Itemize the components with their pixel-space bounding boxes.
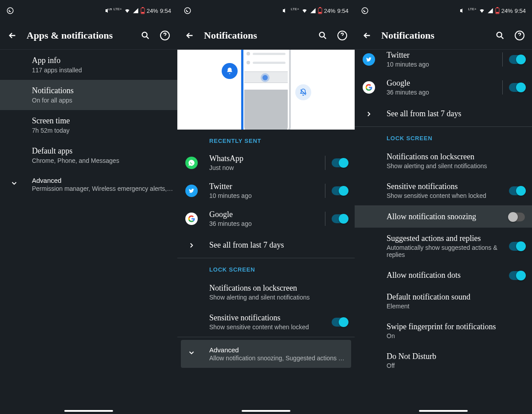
setting-primary: Swipe fingerprint for notifications <box>387 322 520 331</box>
app-row-twitter[interactable]: Twitter 10 minutes ago <box>355 50 532 73</box>
clock: 9:54 <box>160 8 171 14</box>
toggle-google[interactable] <box>509 83 525 92</box>
svg-point-5 <box>142 32 147 37</box>
advanced-secondary: Allow notification snoozing, Suggested a… <box>209 355 347 362</box>
setting-notification-dots[interactable]: Allow notification dots <box>355 264 532 286</box>
app-row-whatsapp[interactable]: WhatsApp Just now <box>177 149 355 177</box>
svg-rect-9 <box>319 7 321 8</box>
section-recently-sent: Recently Sent <box>177 130 355 149</box>
wifi-icon <box>478 8 485 14</box>
whatsapp-icon <box>6 7 14 15</box>
setting-secondary: Show sensitive content when locked <box>387 192 505 199</box>
signal-icon <box>310 8 316 14</box>
setting-default-sound[interactable]: Default notification sound Element <box>355 286 532 316</box>
back-button[interactable] <box>184 30 195 41</box>
chevron-down-icon <box>8 177 20 187</box>
search-button[interactable] <box>317 30 328 41</box>
gesture-nav-bar[interactable] <box>177 408 355 414</box>
svg-point-0 <box>7 8 13 14</box>
item-primary: App info <box>32 56 169 65</box>
app-time: 36 minutes ago <box>209 220 319 227</box>
svg-rect-15 <box>497 7 498 8</box>
item-advanced[interactable]: Advanced Allow notification snoozing, Su… <box>181 340 351 368</box>
setting-fingerprint[interactable]: Swipe fingerprint for notifications On <box>355 316 532 346</box>
screen-notifications: LTE+ 24% 9:54 Notifications Rece <box>177 0 355 414</box>
lte-label: LTE+ <box>291 7 299 11</box>
see-all-label: See all from last 7 days <box>387 109 461 118</box>
item-screen-time[interactable]: Screen time 7h 52m today <box>0 110 177 140</box>
setting-sensitive[interactable]: Sensitive notifications Show sensitive c… <box>177 307 355 337</box>
see-all-button[interactable]: See all from last 7 days <box>355 101 532 126</box>
setting-secondary: Automatically show suggested actions & r… <box>387 244 505 258</box>
app-row-twitter[interactable]: Twitter 10 minutes ago <box>177 177 355 205</box>
whatsapp-icon <box>184 7 192 15</box>
toggle-suggested[interactable] <box>509 242 525 251</box>
app-row-google[interactable]: Google 36 minutes ago <box>177 205 355 233</box>
setting-suggested-actions[interactable]: Suggested actions and replies Automatica… <box>355 228 532 264</box>
divider <box>325 184 325 198</box>
app-row-google[interactable]: Google 36 minutes ago <box>355 73 532 101</box>
chevron-right-icon <box>185 241 198 249</box>
toggle-snoozing[interactable] <box>509 213 525 221</box>
app-bar: Apps & notifications <box>0 21 177 50</box>
setting-notif-lockscreen[interactable]: Notifications on lockscreen Show alertin… <box>177 277 355 307</box>
setting-notif-lockscreen[interactable]: Notifications on lockscreen Show alertin… <box>355 146 532 176</box>
toggle-twitter[interactable] <box>509 55 525 64</box>
help-button[interactable] <box>160 30 170 41</box>
screen-apps-notifications: LTE LTE+ 24% 9:54 Apps & notifications A… <box>0 0 177 414</box>
illustration <box>177 50 355 130</box>
see-all-button[interactable]: See all from last 7 days <box>177 233 355 258</box>
item-app-info[interactable]: App info 117 apps installed <box>0 50 177 80</box>
help-button[interactable] <box>337 30 348 41</box>
item-default-apps[interactable]: Default apps Chrome, Phone, and Messages <box>0 140 177 170</box>
toggle-sensitive[interactable] <box>332 318 348 327</box>
gesture-nav-bar[interactable] <box>0 408 177 414</box>
status-bar: LTE LTE+ 24% 9:54 <box>0 0 177 21</box>
setting-secondary: Show sensitive content when locked <box>209 323 327 331</box>
help-button[interactable] <box>514 30 525 41</box>
svg-point-17 <box>497 32 502 37</box>
setting-primary: Suggested actions and replies <box>387 234 505 243</box>
setting-secondary: Show alerting and silent notifications <box>209 294 343 301</box>
app-time: 10 minutes ago <box>209 192 319 199</box>
whatsapp-app-icon <box>185 157 198 169</box>
page-title: Notifications <box>381 30 486 41</box>
chevron-down-icon <box>185 346 198 357</box>
chevron-right-icon <box>363 110 375 118</box>
svg-rect-16 <box>496 12 499 13</box>
setting-allow-snoozing[interactable]: Allow notification snoozing <box>355 206 532 228</box>
svg-rect-10 <box>319 12 321 13</box>
whatsapp-icon <box>361 7 369 15</box>
app-name: Google <box>209 210 319 219</box>
section-lock-screen: Lock Screen <box>177 258 355 277</box>
toggle-sensitive[interactable] <box>509 186 525 195</box>
toggle-whatsapp[interactable] <box>332 158 348 167</box>
item-advanced[interactable]: Advanced Permission manager, Wireless em… <box>0 170 177 198</box>
search-button[interactable] <box>495 30 505 41</box>
setting-primary: Default notification sound <box>387 292 520 302</box>
app-name: Google <box>387 79 496 88</box>
toggle-google[interactable] <box>332 214 348 223</box>
setting-sensitive[interactable]: Sensitive notifications Show sensitive c… <box>355 176 532 205</box>
toggle-dots[interactable] <box>509 271 525 280</box>
app-name: Twitter <box>387 51 496 60</box>
volte-icon <box>282 8 289 14</box>
setting-dnd[interactable]: Do Not Disturb Off <box>355 346 532 375</box>
gesture-nav-bar[interactable] <box>355 408 532 414</box>
item-secondary: 117 apps installed <box>32 67 169 74</box>
toggle-twitter[interactable] <box>332 186 348 195</box>
item-primary: Default apps <box>32 146 169 156</box>
back-button[interactable] <box>7 30 18 41</box>
twitter-app-icon <box>363 53 375 66</box>
lte-label: LTE+ <box>468 7 477 11</box>
see-all-label: See all from last 7 days <box>209 241 284 250</box>
advanced-secondary: Permission manager, Wireless emergency a… <box>32 185 174 192</box>
item-notifications[interactable]: Notifications On for all apps <box>0 80 177 110</box>
item-secondary: Chrome, Phone, and Messages <box>32 157 169 164</box>
back-button[interactable] <box>362 30 372 41</box>
status-bar: LTE+ 24% 9:54 <box>177 0 355 21</box>
app-name: WhatsApp <box>209 154 319 163</box>
setting-primary: Do Not Disturb <box>387 352 520 361</box>
search-button[interactable] <box>140 30 151 41</box>
setting-primary: Allow notification snoozing <box>387 212 505 221</box>
